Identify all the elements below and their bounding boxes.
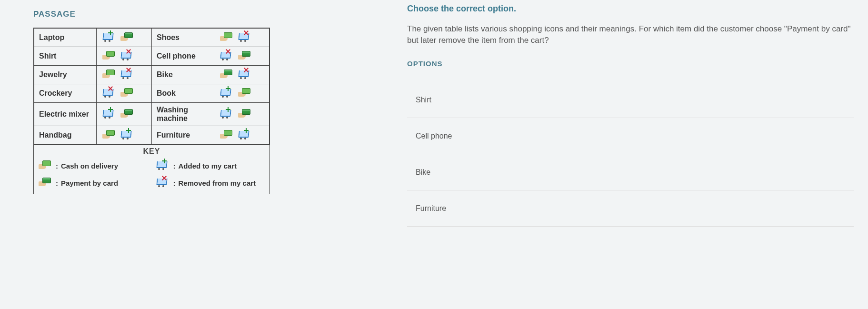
payment-by-card-icon [237, 108, 250, 120]
cash-on-delivery-icon [120, 87, 133, 100]
key-cash-label: Cash on delivery [61, 162, 118, 170]
question-text: The given table lists various shopping i… [407, 23, 854, 46]
table-row: JewelryBike [34, 66, 269, 84]
item-icons-cell [214, 66, 269, 84]
item-icons-cell [214, 29, 269, 47]
cash-on-delivery-icon [101, 50, 115, 62]
payment-by-card-icon [120, 31, 133, 44]
item-icons-cell [214, 47, 269, 66]
item-name-cell: Cell phone [152, 47, 214, 66]
item-icons-cell [214, 126, 269, 145]
removed-from-cart-icon [120, 69, 133, 81]
option-shirt[interactable]: Shirt [407, 82, 854, 118]
items-table: LaptopShoesShirtCell phoneJewelryBikeCro… [34, 28, 269, 145]
item-name-cell: Crockery [34, 84, 97, 103]
key-add-label: Added to my cart [179, 162, 237, 170]
item-name-cell: Shoes [152, 29, 214, 47]
key-card-label: Payment by card [61, 179, 118, 187]
item-icons-cell [97, 103, 152, 126]
item-name-cell: Book [152, 84, 214, 103]
item-name-cell: Handbag [34, 126, 97, 145]
options-list: ShirtCell phoneBikeFurniture [407, 82, 854, 227]
added-to-cart-icon [101, 108, 115, 120]
key-remove: : Removed from my cart [155, 177, 266, 189]
item-name-cell: Shirt [34, 47, 97, 66]
item-name-cell: Bike [152, 66, 214, 84]
removed-from-cart-icon [155, 177, 169, 189]
added-to-cart-icon [155, 159, 169, 172]
removed-from-cart-icon [219, 50, 232, 62]
added-to-cart-icon [101, 31, 115, 44]
question-pane: Choose the correct option. The given tab… [398, 0, 868, 309]
removed-from-cart-icon [101, 87, 115, 100]
key-heading: KEY [34, 145, 269, 157]
key-add: : Added to my cart [155, 159, 266, 172]
passage-table-box: LaptopShoesShirtCell phoneJewelryBikeCro… [33, 28, 270, 194]
item-icons-cell [97, 66, 152, 84]
table-row: CrockeryBook [34, 84, 269, 103]
added-to-cart-icon [120, 129, 133, 141]
item-name-cell: Laptop [34, 29, 97, 47]
added-to-cart-icon [219, 87, 232, 100]
removed-from-cart-icon [237, 69, 250, 81]
item-icons-cell [97, 84, 152, 103]
passage-pane: PASSAGE LaptopShoesShirtCell phoneJewelr… [0, 0, 398, 309]
item-icons-cell [97, 126, 152, 145]
option-cell-phone[interactable]: Cell phone [407, 118, 854, 154]
table-row: LaptopShoes [34, 29, 269, 47]
key-cash: : Cash on delivery [38, 159, 149, 172]
cash-on-delivery-icon [101, 69, 115, 81]
item-name-cell: Washing machine [152, 103, 214, 126]
table-row: HandbagFurniture [34, 126, 269, 145]
cash-on-delivery-icon [101, 129, 115, 141]
options-heading: OPTIONS [407, 60, 854, 68]
key-remove-label: Removed from my cart [179, 179, 256, 187]
added-to-cart-icon [237, 129, 250, 141]
added-to-cart-icon [219, 108, 232, 120]
payment-by-card-icon [38, 177, 51, 189]
key-card: : Payment by card [38, 177, 149, 189]
cash-on-delivery-icon [38, 159, 51, 172]
table-row: Electric mixerWashing machine [34, 103, 269, 126]
item-name-cell: Electric mixer [34, 103, 97, 126]
item-icons-cell [97, 47, 152, 66]
cash-on-delivery-icon [219, 31, 232, 44]
item-name-cell: Jewelry [34, 66, 97, 84]
payment-by-card-icon [237, 50, 250, 62]
item-name-cell: Furniture [152, 126, 214, 145]
key-grid: : Cash on delivery : Added to my cart : … [34, 157, 269, 194]
cash-on-delivery-icon [237, 87, 250, 100]
table-row: ShirtCell phone [34, 47, 269, 66]
option-furniture[interactable]: Furniture [407, 190, 854, 227]
item-icons-cell [214, 84, 269, 103]
removed-from-cart-icon [120, 50, 133, 62]
item-icons-cell [214, 103, 269, 126]
payment-by-card-icon [120, 108, 133, 120]
removed-from-cart-icon [237, 31, 250, 44]
passage-heading: PASSAGE [33, 10, 398, 19]
payment-by-card-icon [219, 69, 232, 81]
item-icons-cell [97, 29, 152, 47]
option-bike[interactable]: Bike [407, 154, 854, 190]
question-heading: Choose the correct option. [407, 4, 854, 14]
cash-on-delivery-icon [219, 129, 232, 141]
